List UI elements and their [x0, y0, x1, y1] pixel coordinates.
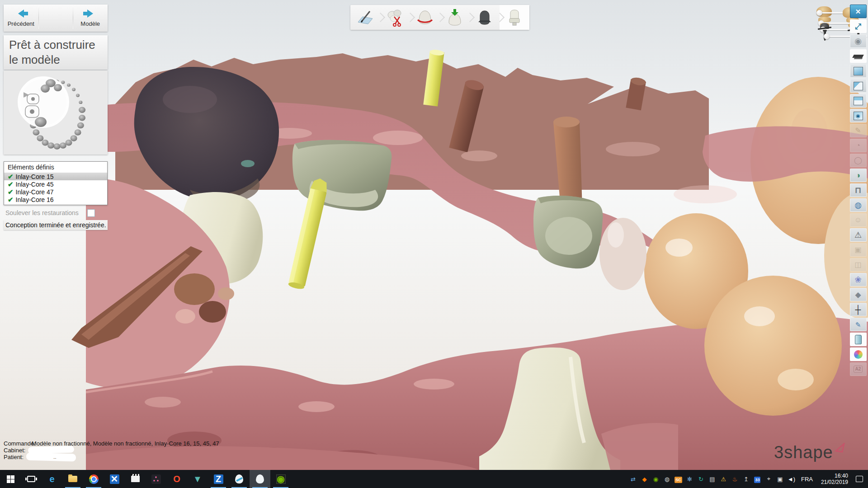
avast-icon[interactable]: ◆ [639, 476, 650, 483]
cabinet-label: Cabinet: [4, 447, 32, 454]
tray-glyph: ↥ [744, 476, 749, 483]
check-icon: ✔ [8, 188, 14, 195]
tool-icon: ◫ [854, 261, 861, 268]
tool-icon: ┼ [855, 305, 861, 314]
close-button[interactable]: ✕ [850, 5, 867, 18]
app-icon [235, 474, 243, 483]
split-model-visibility-slider [818, 17, 831, 22]
measure-gauge-button[interactable]: ◍ [850, 198, 867, 212]
3d-model-viewport[interactable] [0, 0, 868, 470]
media-clapper-app[interactable] [125, 470, 146, 488]
chrome-browser[interactable] [83, 470, 104, 488]
tray-glyph: SC [675, 477, 682, 483]
view-cube-eye-button[interactable]: ◉ [850, 109, 867, 122]
dental-designer-app[interactable] [250, 470, 270, 488]
model-next-button[interactable]: Modèle [73, 5, 108, 32]
sync-arrow-icon[interactable]: ↻ [696, 476, 706, 483]
tool-icon [854, 350, 863, 359]
view-cube-top-button[interactable] [850, 94, 867, 108]
annotation-label-button[interactable]: ✎ [850, 318, 867, 331]
element-inlay-core-45[interactable]: ✔ Inlay-Core 45 [4, 180, 107, 188]
globe-icon[interactable]: ◍ [662, 476, 672, 483]
usb-icon[interactable]: ↥ [741, 476, 751, 483]
element-label: Inlay-Core 16 [16, 196, 54, 203]
shield-app[interactable]: ▼ [187, 470, 208, 488]
app-icon: ∴ [151, 474, 161, 484]
network-monitor-icon[interactable]: ▣ [775, 476, 785, 483]
fullscreen-button[interactable]: ⤢ [850, 19, 867, 33]
patient-redaction [26, 453, 76, 462]
tool-icon: ⊓ [855, 186, 861, 194]
lift-restorations-label: Soulever les restaurations [4, 209, 87, 216]
color-sphere-button[interactable] [850, 347, 867, 361]
cross-section-button[interactable]: ◑ [850, 169, 867, 182]
clock[interactable]: 16:40 21/02/2019 [817, 473, 852, 485]
network-globe-icon[interactable]: ✻ [684, 476, 695, 483]
add-material-tool-button[interactable]: ◔ [850, 139, 867, 152]
orange-ring-app[interactable]: O [166, 470, 187, 488]
pin-visibility-slider [824, 30, 826, 41]
warning-button[interactable]: ⚠ [850, 228, 867, 242]
view-cube-front-button[interactable] [850, 64, 867, 78]
tooth-chart-panel[interactable] [4, 70, 108, 155]
language-indicator[interactable]: FRA [797, 476, 816, 483]
clock-date: 21/02/2019 [821, 479, 848, 485]
element-inlay-core-16[interactable]: ✔ Inlay-Core 16 [4, 196, 107, 203]
element-inlay-core-47[interactable]: ✔ Inlay-Core 47 [4, 188, 107, 196]
molecule-app[interactable]: ∴ [146, 470, 166, 488]
sculpt-tool-button[interactable]: ✎ [850, 124, 867, 137]
volume-icon[interactable]: ◄) [786, 476, 797, 483]
tooth-outline-tool-button[interactable]: ◯ [850, 154, 867, 167]
action-center-button[interactable] [853, 476, 866, 482]
design-status-bar: Conception terminée et enregistrée. [4, 220, 108, 230]
smoothing-tool-button[interactable]: ❀ [850, 273, 867, 286]
printer-icon[interactable]: ▤ [707, 476, 717, 483]
nvidia-tray-icon[interactable]: ◉ [651, 476, 661, 483]
orbit-scan-button[interactable]: ◉ [850, 34, 867, 48]
defined-elements-box: Eléments définis ✔ Inlay-Core 15 ✔ Inlay… [4, 161, 108, 205]
lift-restorations-checkbox[interactable] [87, 209, 95, 217]
occlusion-axis-button[interactable]: ┼ [850, 303, 867, 316]
shade-a2-button[interactable]: A2 [850, 362, 867, 376]
slider-knob[interactable] [824, 33, 830, 39]
patient-face-button[interactable]: ☺ [850, 213, 867, 227]
start-button[interactable] [0, 470, 21, 488]
tool-icon: ◍ [854, 201, 862, 209]
workflow-toolbar [350, 5, 529, 30]
app-icon: ◉ [276, 474, 286, 484]
cad-blue-app[interactable]: ✕ [104, 470, 125, 488]
file-explorer[interactable] [62, 470, 83, 488]
previous-button[interactable]: Précédent [4, 5, 38, 32]
scanbody-button[interactable] [850, 333, 867, 346]
app-icon [131, 476, 140, 482]
prism-view-button[interactable]: ◆ [850, 288, 867, 301]
element-inlay-core-15[interactable]: ✔ Inlay-Core 15 [4, 173, 107, 180]
tray-glyph: ◄) [788, 476, 795, 483]
model-frame-button[interactable]: ⊓ [850, 183, 867, 197]
z-app[interactable]: Z [208, 470, 229, 488]
tray-glyph: ▣ [777, 476, 783, 483]
snapshot-button[interactable]: ▣ [850, 243, 867, 257]
edge-browser[interactable]: e [42, 470, 62, 488]
articulator-button[interactable]: ◫ [850, 258, 867, 272]
3shape-logo: 3shape [774, 443, 847, 462]
tray-glyph: ⌖ [767, 475, 770, 482]
app-icon [89, 474, 99, 484]
badge-33-icon[interactable]: 33 [752, 476, 763, 483]
slider-knob[interactable] [816, 10, 822, 16]
nvidia-app[interactable]: ◉ [270, 470, 291, 488]
java-icon[interactable]: ♨ [730, 476, 740, 483]
sync-share-icon[interactable]: ⇄ [628, 476, 638, 483]
tool-icon [854, 67, 863, 75]
satellite-icon[interactable]: ⌖ [764, 475, 774, 483]
task-view-button[interactable] [21, 470, 42, 488]
tray-glyph: ⇄ [631, 476, 636, 483]
tooth-arch-chart [4, 70, 108, 155]
view-cube-corner-button[interactable] [850, 79, 867, 93]
tutorial-cap-button[interactable] [850, 49, 867, 63]
defender-warning-icon[interactable]: ⚠ [718, 476, 729, 483]
model-builder-step[interactable] [500, 5, 529, 30]
dental-manager-app[interactable] [229, 470, 250, 488]
sc-badge-icon[interactable]: SC [673, 476, 684, 483]
upper-model-visibility-slider [816, 6, 832, 17]
